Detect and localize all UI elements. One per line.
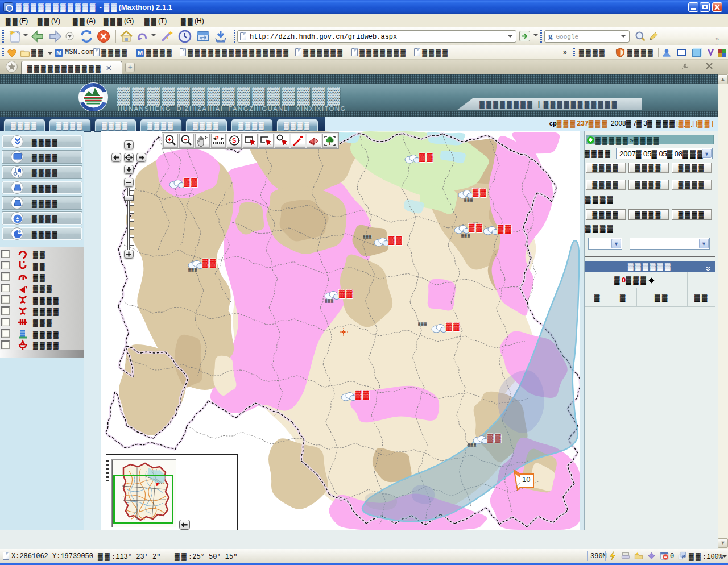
svg-text:S: S bbox=[232, 137, 236, 144]
